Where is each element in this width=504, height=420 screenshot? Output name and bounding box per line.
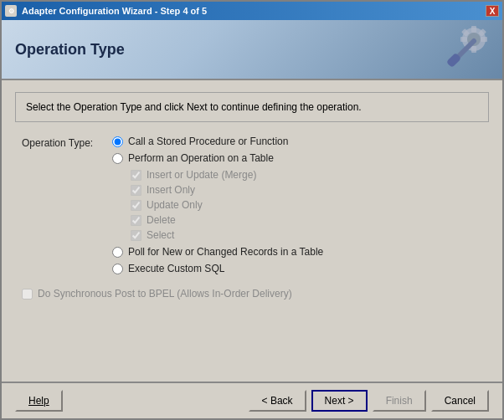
chk-delete-label: Delete: [147, 214, 176, 226]
svg-rect-4: [460, 37, 467, 42]
svg-rect-5: [481, 37, 487, 42]
checkbox-item-insert-update: Insert or Update (Merge): [131, 169, 323, 181]
radio-poll[interactable]: [112, 247, 123, 258]
header-banner: Operation Type: [2, 20, 502, 80]
instruction-box: Select the Operation Type and click Next…: [15, 92, 489, 122]
chk-select-label: Select: [147, 229, 174, 241]
footer: Help < Back Next > Finish Cancel: [2, 382, 502, 418]
chk-insert-update-label: Insert or Update (Merge): [147, 169, 256, 181]
chk-insert-only-label: Insert Only: [147, 184, 195, 196]
radio-sql-label[interactable]: Execute Custom SQL: [128, 263, 224, 274]
chk-update-only: [131, 200, 141, 211]
back-button[interactable]: < Back: [249, 390, 306, 412]
chk-update-only-label: Update Only: [147, 199, 203, 211]
sync-checkbox-row: Do Synchronous Post to BPEL (Allows In-O…: [22, 288, 482, 300]
close-button[interactable]: X: [486, 5, 499, 17]
content-area: Select the Operation Type and click Next…: [2, 80, 502, 382]
chk-sync: [22, 289, 33, 300]
main-window: ⚙ Adapter Configuration Wizard - Step 4 …: [0, 0, 504, 420]
radio-stored-label[interactable]: Call a Stored Procedure or Function: [128, 136, 288, 147]
finish-button: Finish: [373, 390, 426, 412]
radio-group: Call a Stored Procedure or Function Perf…: [112, 136, 323, 274]
radio-table[interactable]: [112, 153, 123, 164]
app-icon: ⚙: [5, 5, 17, 17]
radio-table-label[interactable]: Perform an Operation on a Table: [128, 152, 274, 164]
checkbox-sub-group: Insert or Update (Merge) Insert Only Upd…: [131, 169, 323, 241]
gear-icon: [439, 24, 489, 74]
svg-rect-2: [471, 26, 476, 33]
chk-delete: [131, 215, 141, 226]
operation-type-row: Operation Type: Call a Stored Procedure …: [22, 136, 482, 274]
svg-rect-3: [471, 46, 476, 53]
page-title: Operation Type: [15, 41, 125, 59]
form-area: Operation Type: Call a Stored Procedure …: [15, 132, 489, 303]
title-bar: ⚙ Adapter Configuration Wizard - Step 4 …: [2, 2, 502, 20]
chk-insert-update: [131, 170, 141, 181]
radio-item-poll: Poll for New or Changed Records in a Tab…: [112, 246, 323, 258]
operation-type-label: Operation Type:: [22, 136, 105, 149]
chk-sync-label: Do Synchronous Post to BPEL (Allows In-O…: [38, 288, 292, 300]
checkbox-item-insert-only: Insert Only: [131, 184, 323, 196]
radio-stored[interactable]: [112, 136, 123, 147]
radio-item-stored: Call a Stored Procedure or Function: [112, 136, 323, 147]
next-button[interactable]: Next >: [311, 390, 368, 412]
radio-sql[interactable]: [112, 264, 123, 274]
checkbox-item-delete: Delete: [131, 214, 323, 226]
footer-right: < Back Next > Finish Cancel: [249, 390, 489, 412]
footer-left: Help: [15, 390, 63, 412]
radio-poll-label[interactable]: Poll for New or Changed Records in a Tab…: [128, 246, 323, 258]
radio-item-table: Perform an Operation on a Table: [112, 152, 323, 164]
help-button[interactable]: Help: [15, 390, 63, 412]
checkbox-item-select: Select: [131, 229, 323, 241]
window-title: Adapter Configuration Wizard - Step 4 of…: [22, 6, 207, 16]
cancel-button[interactable]: Cancel: [431, 390, 489, 412]
checkbox-item-update-only: Update Only: [131, 199, 323, 211]
instruction-text: Select the Operation Type and click Next…: [26, 101, 362, 113]
chk-insert-only: [131, 185, 141, 196]
radio-item-sql: Execute Custom SQL: [112, 263, 323, 274]
chk-select: [131, 230, 141, 241]
